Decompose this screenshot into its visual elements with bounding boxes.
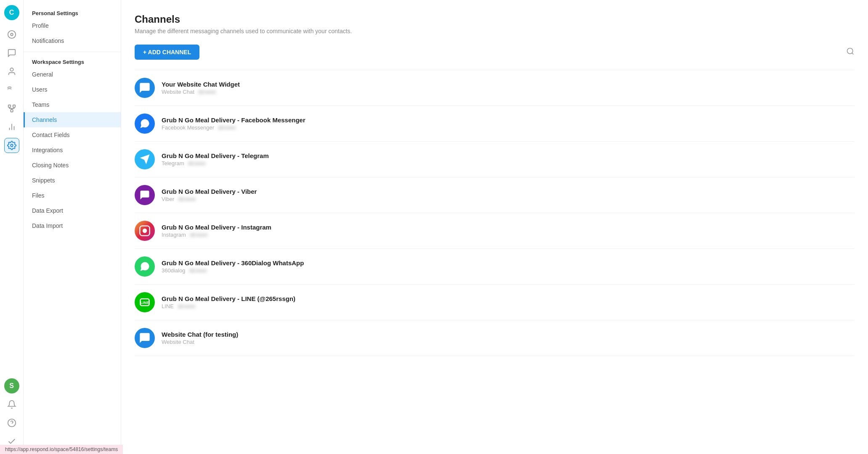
channel-name: Grub N Go Meal Delivery - Instagram <box>162 224 855 231</box>
sidebar-item-users[interactable]: Users <box>24 82 121 97</box>
channel-meta: LINE ID •••••• <box>162 303 855 309</box>
channel-icon-instagram <box>135 221 155 241</box>
channel-icon-website-chat2 <box>135 328 155 348</box>
home-nav-icon[interactable] <box>4 27 19 42</box>
channel-name: Grub N Go Meal Delivery - 360Dialog What… <box>162 259 855 267</box>
personal-settings-heading: Personal Settings <box>24 7 121 18</box>
nodes-nav-icon[interactable] <box>4 101 19 116</box>
channel-info-line: Grub N Go Meal Delivery - LINE (@265rssg… <box>162 295 855 309</box>
signal-nav-icon[interactable] <box>4 82 19 98</box>
contacts-nav-icon[interactable] <box>4 64 19 79</box>
sidebar-item-data-import[interactable]: Data Import <box>24 218 121 233</box>
channel-name: Grub N Go Meal Delivery - LINE (@265rssg… <box>162 295 855 302</box>
channel-name: Grub N Go Meal Delivery - Viber <box>162 188 855 195</box>
chat-nav-icon[interactable] <box>4 45 19 61</box>
nav-divider-1 <box>24 52 121 52</box>
channel-item-line[interactable]: LINE Grub N Go Meal Delivery - LINE (@26… <box>135 285 855 320</box>
sidebar-item-general[interactable]: General <box>24 67 121 82</box>
svg-point-9 <box>11 144 13 147</box>
sidebar-item-closing-notes[interactable]: Closing Notes <box>24 158 121 173</box>
icon-sidebar: C S <box>0 0 24 454</box>
channel-info-viber: Grub N Go Meal Delivery - Viber Viber ID… <box>162 188 855 202</box>
search-area <box>846 47 855 58</box>
channel-meta: Website Chat <box>162 339 855 345</box>
channel-meta: Instagram ID •••••• <box>162 232 855 238</box>
user-avatar[interactable]: C <box>4 5 19 20</box>
channel-name: Grub N Go Meal Delivery - Facebook Messe… <box>162 116 855 124</box>
url-bar: https://app.respond.io/space/54816/setti… <box>0 445 123 454</box>
workspace-settings-heading: Workspace Settings <box>24 55 121 67</box>
channel-name: Grub N Go Meal Delivery - Telegram <box>162 152 855 159</box>
channel-icon-website-chat <box>135 78 155 98</box>
channel-list: Your Website Chat Widget Website Chat ID… <box>135 70 855 356</box>
channel-icon-line: LINE <box>135 292 155 312</box>
sidebar-item-contact-fields[interactable]: Contact Fields <box>24 127 121 143</box>
sidebar-item-profile[interactable]: Profile <box>24 18 121 33</box>
channel-icon-telegram <box>135 149 155 169</box>
channel-info-telegram: Grub N Go Meal Delivery - Telegram Teleg… <box>162 152 855 166</box>
channel-info-website-chat: Your Website Chat Widget Website Chat ID… <box>162 81 855 95</box>
svg-rect-3 <box>8 105 11 108</box>
sidebar-item-integrations[interactable]: Integrations <box>24 143 121 158</box>
page-subtitle: Manage the different messaging channels … <box>135 28 855 34</box>
channel-meta: Telegram ID •••••• <box>162 160 855 166</box>
add-channel-button[interactable]: + ADD CHANNEL <box>135 45 199 60</box>
channel-meta: 360dialog ID •••••• <box>162 267 855 274</box>
bell-nav-icon[interactable] <box>4 397 19 412</box>
settings-nav-icon[interactable] <box>4 138 19 153</box>
channel-name: Website Chat (for testing) <box>162 331 855 338</box>
channel-info-facebook: Grub N Go Meal Delivery - Facebook Messe… <box>162 116 855 131</box>
sidebar-item-data-export[interactable]: Data Export <box>24 203 121 218</box>
sidebar-item-files[interactable]: Files <box>24 188 121 203</box>
svg-line-13 <box>852 53 854 54</box>
svg-point-1 <box>11 33 13 36</box>
channel-item-viber[interactable]: Grub N Go Meal Delivery - Viber Viber ID… <box>135 177 855 213</box>
channel-name: Your Website Chat Widget <box>162 81 855 88</box>
help-nav-icon[interactable] <box>4 415 19 430</box>
channel-icon-whatsapp <box>135 256 155 277</box>
toolbar: + ADD CHANNEL <box>135 45 855 60</box>
channel-item-website-chat[interactable]: Your Website Chat Widget Website Chat ID… <box>135 70 855 106</box>
svg-rect-4 <box>13 105 15 108</box>
workspace-avatar[interactable]: S <box>4 378 19 393</box>
channel-item-telegram[interactable]: Grub N Go Meal Delivery - Telegram Teleg… <box>135 142 855 177</box>
channel-icon-viber <box>135 185 155 205</box>
svg-point-2 <box>10 68 13 71</box>
channel-info-whatsapp: Grub N Go Meal Delivery - 360Dialog What… <box>162 259 855 274</box>
sidebar-item-snippets[interactable]: Snippets <box>24 173 121 188</box>
channel-meta: Viber ID •••••• <box>162 196 855 202</box>
svg-point-0 <box>8 31 15 38</box>
sidebar-item-teams[interactable]: Teams <box>24 97 121 112</box>
channel-meta: Facebook Messenger ID •••••• <box>162 124 855 131</box>
channel-item-website-chat2[interactable]: Website Chat (for testing) Website Chat <box>135 320 855 356</box>
main-content: Channels Manage the different messaging … <box>121 0 868 454</box>
channel-info-instagram: Grub N Go Meal Delivery - Instagram Inst… <box>162 224 855 238</box>
search-button[interactable] <box>846 47 855 58</box>
page-title: Channels <box>135 13 855 25</box>
channel-icon-facebook <box>135 114 155 134</box>
channel-item-instagram[interactable]: Grub N Go Meal Delivery - Instagram Inst… <box>135 213 855 249</box>
chart-nav-icon[interactable] <box>4 119 19 135</box>
channel-item-whatsapp[interactable]: Grub N Go Meal Delivery - 360Dialog What… <box>135 249 855 285</box>
svg-point-12 <box>847 48 853 53</box>
left-nav: Personal Settings Profile Notifications … <box>24 0 121 454</box>
svg-rect-5 <box>11 110 13 112</box>
channel-item-facebook[interactable]: Grub N Go Meal Delivery - Facebook Messe… <box>135 106 855 142</box>
sidebar-item-notifications[interactable]: Notifications <box>24 33 121 48</box>
svg-text:LINE: LINE <box>140 301 149 305</box>
channel-meta: Website Chat ID •••••• <box>162 89 855 95</box>
channel-info-website-chat2: Website Chat (for testing) Website Chat <box>162 331 855 345</box>
sidebar-item-channels[interactable]: Channels <box>24 112 121 127</box>
